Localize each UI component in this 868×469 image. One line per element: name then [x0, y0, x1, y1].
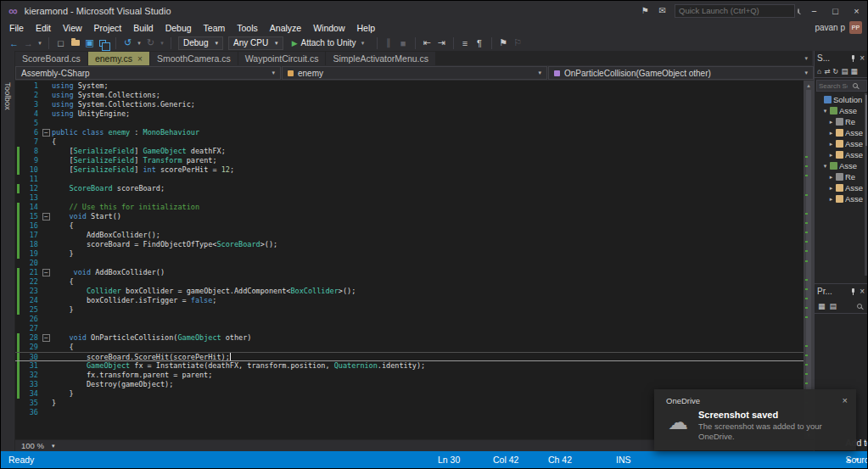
alphabetical-view-icon[interactable]: ▤ — [830, 302, 837, 310]
code-line-12[interactable]: 12 ScoreBoard scoreBoard; — [15, 184, 804, 193]
toggle-bookmark-icon[interactable]: ⚑ — [497, 36, 510, 50]
pin-icon[interactable] — [852, 288, 854, 293]
chevron-collapsed-icon[interactable]: ▸ — [828, 196, 834, 203]
pin-icon[interactable] — [852, 55, 854, 59]
add-to-source-control-button[interactable]: ▲ Add to Source Control ▾ — [846, 451, 859, 468]
zoom-select[interactable]: 100 % ▾ — [15, 440, 60, 452]
maximize-button[interactable]: □ — [825, 1, 846, 20]
code-line-14[interactable]: 14 // Use this for initialization — [15, 203, 804, 212]
tab-WaypointCircuit.cs[interactable]: WaypointCircuit.cs — [238, 52, 326, 65]
chevron-collapsed-icon[interactable]: ▸ — [828, 185, 834, 192]
menu-item-analyze[interactable]: Analyze — [264, 22, 307, 34]
code-line-1[interactable]: 1using System; — [15, 81, 804, 91]
new-file-icon[interactable]: □ — [54, 36, 67, 50]
code-line-17[interactable]: 17 AddBoxCollider(); — [15, 231, 804, 240]
menu-item-file[interactable]: File — [3, 22, 30, 34]
redo-dropdown-icon[interactable]: ▾ — [159, 40, 165, 47]
code-line-9[interactable]: 9 [SerializeField] Transform parent; — [15, 156, 804, 165]
code-line-15[interactable]: 15− void Start() — [15, 212, 804, 221]
onedrive-toast[interactable]: OneDrive × ☁ Screenshot saved The screen… — [654, 389, 856, 450]
avatar[interactable]: PP — [849, 21, 862, 34]
close-button[interactable]: × — [846, 1, 867, 20]
close-toast-icon[interactable]: × — [843, 395, 848, 405]
code-line-31[interactable]: 31 GameObject fx = Instantiate(deathFX, … — [15, 361, 804, 371]
menu-item-tools[interactable]: Tools — [231, 22, 264, 34]
menu-item-project[interactable]: Project — [88, 22, 128, 34]
editor-vertical-scrollbar[interactable]: ▲ ▼ — [804, 81, 814, 439]
chevron-collapsed-icon[interactable]: ▸ — [828, 130, 834, 137]
chevron-collapsed-icon[interactable]: ▸ — [828, 141, 834, 148]
fold-collapse-icon[interactable]: − — [42, 269, 50, 276]
code-line-27[interactable]: 27 — [15, 324, 804, 333]
fold-collapse-icon[interactable]: − — [42, 213, 50, 221]
code-line-26[interactable]: 26 — [15, 315, 804, 324]
send-feedback-icon[interactable]: ✉ — [654, 6, 671, 15]
code-line-16[interactable]: 16 { — [15, 221, 804, 231]
solution-explorer-header[interactable]: S... × — [815, 51, 868, 65]
code-line-18[interactable]: 18 scoreBoard = FindObjectOfType<ScoreBo… — [15, 240, 804, 249]
document-list-icon[interactable]: ▾ — [804, 55, 808, 62]
minimize-button[interactable]: − — [804, 1, 825, 20]
close-panel-icon[interactable]: × — [858, 287, 866, 296]
tree-row-8[interactable]: ▸Asse — [815, 182, 868, 193]
solution-platforms-select[interactable]: Any CPU ▾ — [228, 36, 283, 50]
code-line-7[interactable]: 7{ — [15, 137, 804, 147]
properties-icon[interactable]: ▦ — [850, 67, 857, 75]
code-line-30[interactable]: 30 scoreBoard.ScoreHit(scorePerHit); — [15, 352, 804, 361]
close-panel-icon[interactable]: × — [858, 53, 866, 63]
save-all-icon[interactable] — [98, 36, 110, 50]
chevron-expanded-icon[interactable]: ▾ — [822, 108, 828, 114]
code-line-22[interactable]: 22 { — [15, 277, 804, 287]
chevron-expanded-icon[interactable]: ▾ — [822, 163, 828, 170]
code-line-20[interactable]: 20 — [15, 259, 804, 268]
pause-icon[interactable]: ∥ — [383, 36, 395, 50]
save-icon[interactable]: ▣ — [83, 36, 96, 50]
code-editor[interactable]: 1using System;2using System.Collections;… — [15, 81, 804, 439]
previous-bookmark-icon[interactable]: ⚐ — [512, 36, 524, 50]
code-line-4[interactable]: 4using UnityEngine; — [15, 109, 804, 119]
code-line-8[interactable]: 8 [SerializeField] GameObject deathFX; — [15, 147, 804, 156]
solution-search-box[interactable] — [816, 80, 867, 92]
categorized-view-icon[interactable]: ▦ — [818, 302, 826, 310]
navigate-backward-icon[interactable]: ← — [8, 36, 20, 50]
tree-row-9[interactable]: ▸Asse — [815, 193, 868, 204]
undo-dropdown-icon[interactable]: ▾ — [136, 40, 143, 47]
tab-SimpleActivatorMenu.cs[interactable]: SimpleActivatorMenu.cs — [326, 52, 435, 65]
tree-row-4[interactable]: ▸Asse — [815, 138, 868, 149]
collapse-all-icon[interactable]: ▤ — [841, 67, 848, 75]
quick-launch-box[interactable] — [675, 4, 795, 18]
fold-collapse-icon[interactable]: − — [42, 129, 50, 137]
menu-item-help[interactable]: Help — [351, 22, 382, 34]
code-line-19[interactable]: 19 } — [15, 249, 804, 259]
code-line-32[interactable]: 32 fx.transform.parent = parent; — [15, 371, 804, 380]
code-line-24[interactable]: 24 boxCollider.isTrigger = false; — [15, 296, 804, 305]
stop-icon[interactable]: ■ — [397, 36, 410, 50]
code-line-13[interactable]: 13 — [15, 193, 804, 203]
solution-search-input[interactable] — [817, 82, 849, 90]
shift-line-left-icon[interactable]: ⇤ — [421, 36, 434, 50]
tree-row-1[interactable]: ▾Asse — [815, 105, 868, 116]
code-line-23[interactable]: 23 Collider boxCollider = gameObject.Add… — [15, 287, 804, 296]
menu-item-edit[interactable]: Edit — [30, 22, 57, 34]
code-line-10[interactable]: 10 [SerializeField] int scorePerHit = 12… — [15, 165, 804, 175]
show-whitespace-icon[interactable]: ¶ — [473, 36, 486, 50]
menu-item-team[interactable]: Team — [198, 22, 232, 34]
code-line-6[interactable]: 6−public class enemy : MonoBehaviour — [15, 128, 804, 137]
tree-row-3[interactable]: ▸Asse — [815, 127, 868, 138]
menu-item-view[interactable]: View — [57, 22, 88, 34]
tree-row-5[interactable]: ▸Asse — [815, 149, 868, 160]
code-line-3[interactable]: 3using System.Collections.Generic; — [15, 100, 804, 109]
tree-row-7[interactable]: ▸Re — [815, 171, 868, 182]
redo-icon[interactable]: ↻ — [144, 36, 157, 50]
notifications-flag-icon[interactable]: ⚑ — [636, 6, 654, 15]
solution-configurations-select[interactable]: Debug ▾ — [178, 36, 223, 50]
project-dropdown[interactable]: Assembly-CSharp ▾ — [15, 66, 281, 80]
tab-enemy.cs[interactable]: enemy.cs× — [88, 52, 149, 65]
open-file-icon[interactable] — [69, 36, 81, 50]
code-line-2[interactable]: 2using System.Collections; — [15, 91, 804, 100]
chevron-collapsed-icon[interactable]: ▸ — [828, 119, 834, 126]
solution-explorer-scrollbar[interactable] — [865, 93, 868, 276]
chevron-collapsed-icon[interactable]: ▸ — [828, 152, 834, 159]
close-tab-icon[interactable]: × — [137, 54, 143, 64]
menu-item-debug[interactable]: Debug — [160, 22, 198, 34]
